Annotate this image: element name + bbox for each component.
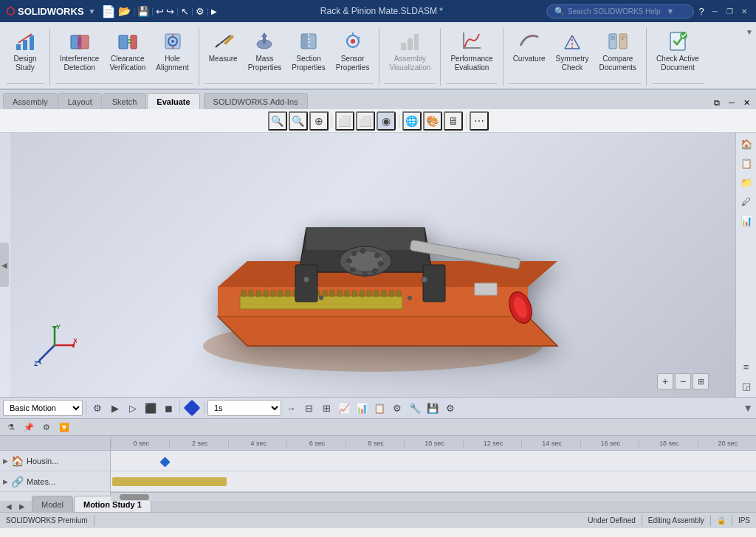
track-mates xyxy=(111,471,756,492)
rp-featuretree-btn[interactable]: 📋 xyxy=(738,155,755,171)
tl-filter-btn[interactable]: ⚗ xyxy=(3,419,19,435)
measure-btn[interactable]: Measure xyxy=(205,27,242,66)
tab-minimize-btn[interactable]: ─ xyxy=(725,96,738,109)
zoom-in-viewport-btn[interactable]: + xyxy=(657,373,673,389)
cursor-tool[interactable]: ↖ xyxy=(181,6,189,17)
tab-layout[interactable]: Layout xyxy=(58,93,102,109)
zoom-to-fit-btn[interactable]: 🔍 xyxy=(268,111,287,131)
tl-filter-results-btn[interactable]: 🔽 xyxy=(56,419,72,435)
zoom-area-btn[interactable]: ⊕ xyxy=(309,111,329,131)
rp-propertymanager-btn[interactable]: 📁 xyxy=(738,174,755,190)
view-section-btn[interactable]: 🌐 xyxy=(402,111,422,131)
zoom-out-viewport-btn[interactable]: − xyxy=(675,373,691,389)
keyframe-housing[interactable] xyxy=(159,457,170,467)
view-display-btn[interactable]: ◉ xyxy=(377,111,396,131)
section-properties-btn[interactable]: SectionProperties xyxy=(287,27,330,75)
clearance-verification-btn[interactable]: ClearanceVerification xyxy=(105,27,150,75)
ribbon-expand[interactable]: ▼ xyxy=(746,25,753,89)
tl-properties-btn[interactable]: 📌 xyxy=(21,419,37,435)
time-duration-select[interactable]: 0.5s 1s 2s 5s 10s xyxy=(207,400,281,416)
symmetry-check-btn[interactable]: SymmetryCheck xyxy=(551,27,594,75)
performance-evaluation-btn[interactable]: PerformanceEvaluation xyxy=(446,27,497,75)
redo-btn[interactable]: ↪ xyxy=(166,6,174,17)
design-study-btn[interactable]: DesignStudy xyxy=(9,27,41,75)
motion-export-btn[interactable]: 💾 xyxy=(425,400,441,416)
rp-displaymanager-btn[interactable]: 📊 xyxy=(738,212,755,229)
save-btn[interactable]: 💾 xyxy=(137,6,149,17)
timeline-scroll-thumb[interactable] xyxy=(120,494,149,500)
mates-expander[interactable]: ▶ xyxy=(3,478,8,485)
svg-point-26 xyxy=(351,39,355,44)
housing-expander[interactable]: ▶ xyxy=(3,457,8,465)
tab-nav-right-btn[interactable]: ▶ xyxy=(16,500,28,512)
status-lock-icon[interactable]: 🔒 xyxy=(717,516,726,524)
interference-detection-btn[interactable]: InterferenceDetection xyxy=(55,27,103,75)
more-tools[interactable]: ▶ xyxy=(211,7,217,15)
motion-play-btn[interactable]: ▷ xyxy=(125,400,141,416)
track-bar-mates[interactable] xyxy=(112,477,227,486)
ribbon-group-items: DesignStudy xyxy=(9,27,41,82)
sensor-properties-btn[interactable]: SensorProperties xyxy=(331,27,374,75)
timeline-right-panel: 0 sec 2 sec 4 sec 6 sec 8 sec 10 sec 12 … xyxy=(111,436,756,501)
tab-solidworks-addins[interactable]: SOLIDWORKS Add-Ins xyxy=(204,93,308,109)
zoom-in-btn[interactable]: 🔍 xyxy=(289,111,308,131)
search-dropdown[interactable]: ▼ xyxy=(667,7,675,15)
help-btn[interactable]: ? xyxy=(694,6,709,17)
zoom-fit-viewport-btn[interactable]: ⊞ xyxy=(693,373,709,389)
motion-settings-btn[interactable]: ⚙ xyxy=(89,400,106,416)
3d-canvas[interactable]: Z X Y + − ⊞ xyxy=(10,133,735,397)
tl-motion-props-btn[interactable]: ⚙ xyxy=(38,419,55,435)
motion-results-btn[interactable]: 📊 xyxy=(354,400,370,416)
motion-forward-btn[interactable]: → xyxy=(283,400,299,416)
tab-window-controls: ⧉ ─ ✕ xyxy=(710,96,753,109)
motion-analyze-btn[interactable]: 🔧 xyxy=(407,400,423,416)
tab-assembly[interactable]: Assembly xyxy=(3,93,58,109)
motion-framerate-btn[interactable]: ⊟ xyxy=(300,400,317,416)
assembly-viz-group-label xyxy=(385,83,435,87)
rp-motionstudy-btn[interactable]: ≡ xyxy=(738,358,755,375)
restore-btn[interactable]: ❐ xyxy=(724,5,735,17)
new-btn[interactable]: 📄 xyxy=(101,4,116,18)
motion-type-select[interactable]: No Motion Animation Basic Motion Motion … xyxy=(3,400,83,416)
motion-options-btn[interactable]: ⚙ xyxy=(442,400,458,416)
tab-sketch[interactable]: Sketch xyxy=(103,93,147,109)
open-btn[interactable]: 📂 xyxy=(118,5,131,17)
motion-keyframe-btn[interactable]: ◼ xyxy=(160,400,176,416)
rp-configurationmanager-btn[interactable]: 🖊 xyxy=(738,193,755,209)
left-sidebar-collapse-btn[interactable]: ◀ xyxy=(0,243,9,287)
minimize-btn[interactable]: ─ xyxy=(709,5,721,17)
hole-alignment-btn[interactable]: HoleAlignment xyxy=(151,27,193,75)
curvature-btn[interactable]: Curvature xyxy=(509,27,550,66)
motion-expand-btn[interactable]: ▼ xyxy=(743,402,753,414)
view-appearance-btn[interactable]: 🎨 xyxy=(423,111,442,131)
menu-arrow[interactable]: ▼ xyxy=(89,7,96,15)
undo-btn[interactable]: ↩ xyxy=(156,6,164,17)
motion-calculate-btn[interactable]: ▶ xyxy=(107,400,123,416)
check-active-document-btn[interactable]: Check ActiveDocument xyxy=(652,27,704,75)
rp-home-btn[interactable]: 🏠 xyxy=(738,136,755,152)
bottom-tab-model[interactable]: Model xyxy=(32,496,73,512)
tab-evaluate[interactable]: Evaluate xyxy=(147,93,199,109)
motion-simulate-btn[interactable]: ⚙ xyxy=(389,400,405,416)
view-orient-btn[interactable]: ⬜ xyxy=(356,111,375,131)
motion-timeline-btn[interactable]: ⊞ xyxy=(318,400,334,416)
housing-label: Housin... xyxy=(27,457,58,465)
motion-event-btn[interactable]: 📋 xyxy=(371,400,388,416)
view-more-btn[interactable]: ⋯ xyxy=(470,111,489,131)
tab-nav-left-btn[interactable]: ◀ xyxy=(3,500,15,512)
close-btn[interactable]: ✕ xyxy=(738,5,750,17)
tab-close-btn[interactable]: ✕ xyxy=(740,96,753,109)
check-active-icon xyxy=(666,30,690,53)
motion-stop-btn[interactable]: ⬛ xyxy=(142,400,159,416)
assembly-visualization-btn[interactable]: AssemblyVisualization xyxy=(385,27,435,75)
view-scene-btn[interactable]: 🖥 xyxy=(444,111,463,131)
options-btn[interactable]: ⚙ xyxy=(196,6,205,17)
mass-properties-btn[interactable]: MassProperties xyxy=(244,27,286,75)
view-cube-btn[interactable]: ⬜ xyxy=(335,111,354,131)
timeline-scrollbar[interactable] xyxy=(111,492,756,501)
tab-restore-btn[interactable]: ⧉ xyxy=(710,96,724,109)
rp-expand-btn[interactable]: ◲ xyxy=(738,378,755,394)
motion-graph-btn[interactable]: 📈 xyxy=(336,400,352,416)
compare-documents-btn[interactable]: CompareDocuments xyxy=(595,27,642,75)
search-bar[interactable]: 🔍 Search SOLIDWORKS Help ▼ xyxy=(546,4,694,18)
